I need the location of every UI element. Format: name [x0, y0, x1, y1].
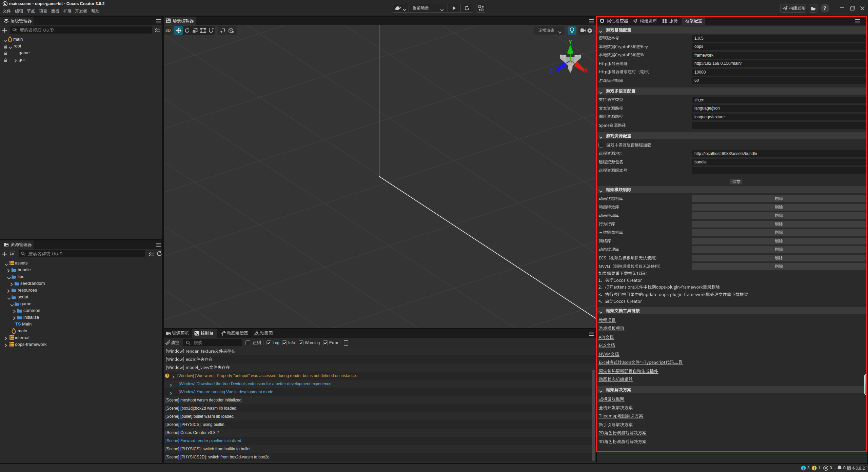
- svg-text:X: X: [584, 68, 588, 74]
- svg-text:Y: Y: [569, 39, 572, 45]
- svg-text:Z: Z: [550, 68, 553, 74]
